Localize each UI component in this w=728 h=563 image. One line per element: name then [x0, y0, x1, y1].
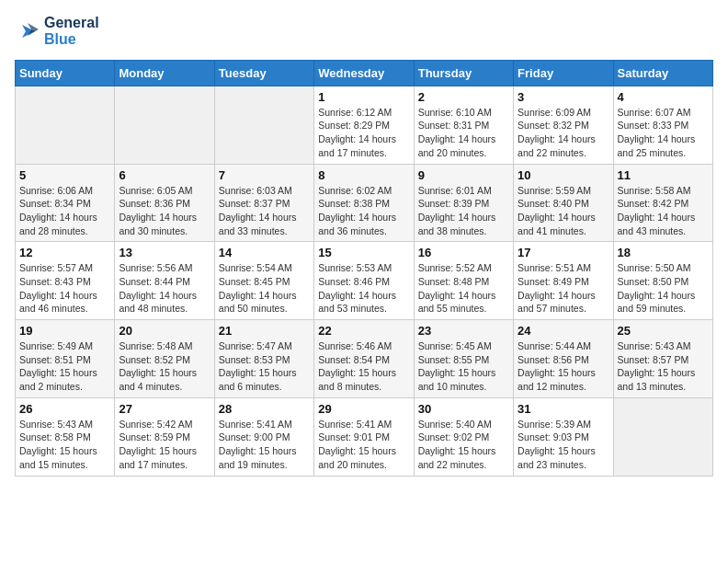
day-number: 6: [119, 168, 210, 182]
calendar-cell: [613, 397, 712, 476]
calendar-cell: 10Sunrise: 5:59 AM Sunset: 8:40 PM Dayli…: [514, 164, 613, 242]
header-monday: Monday: [115, 60, 214, 86]
header-sunday: Sunday: [16, 60, 115, 86]
day-number: 26: [19, 402, 110, 416]
calendar-cell: 25Sunrise: 5:43 AM Sunset: 8:57 PM Dayli…: [613, 320, 712, 398]
calendar-cell: 31Sunrise: 5:39 AM Sunset: 9:03 PM Dayli…: [514, 397, 613, 476]
week-row-0: 1Sunrise: 6:12 AM Sunset: 8:29 PM Daylig…: [16, 86, 713, 164]
calendar-cell: 22Sunrise: 5:46 AM Sunset: 8:54 PM Dayli…: [314, 320, 414, 398]
calendar-cell: 30Sunrise: 5:40 AM Sunset: 9:02 PM Dayli…: [414, 397, 513, 476]
day-info: Sunrise: 5:44 AM Sunset: 8:56 PM Dayligh…: [518, 339, 609, 394]
day-number: 5: [19, 168, 110, 182]
calendar-cell: 1Sunrise: 6:12 AM Sunset: 8:29 PM Daylig…: [314, 86, 414, 164]
day-number: 16: [418, 246, 509, 259]
calendar-cell: 14Sunrise: 5:54 AM Sunset: 8:45 PM Dayli…: [214, 242, 313, 320]
day-info: Sunrise: 6:12 AM Sunset: 8:29 PM Dayligh…: [318, 106, 409, 160]
day-number: 3: [518, 90, 609, 104]
day-number: 30: [418, 402, 509, 416]
day-number: 9: [418, 168, 509, 182]
day-info: Sunrise: 5:51 AM Sunset: 8:49 PM Dayligh…: [518, 261, 609, 316]
day-number: 31: [518, 402, 609, 416]
week-row-1: 5Sunrise: 6:06 AM Sunset: 8:34 PM Daylig…: [16, 164, 713, 242]
day-number: 10: [518, 168, 609, 182]
header-wednesday: Wednesday: [314, 60, 414, 86]
calendar-cell: 13Sunrise: 5:56 AM Sunset: 8:44 PM Dayli…: [115, 242, 214, 320]
day-number: 1: [318, 90, 409, 104]
calendar-cell: 29Sunrise: 5:41 AM Sunset: 9:01 PM Dayli…: [314, 397, 414, 476]
calendar-cell: [16, 86, 115, 164]
day-number: 28: [219, 402, 310, 416]
day-number: 20: [119, 324, 210, 338]
calendar-cell: 5Sunrise: 6:06 AM Sunset: 8:34 PM Daylig…: [16, 164, 115, 242]
calendar-header-row: SundayMondayTuesdayWednesdayThursdayFrid…: [16, 60, 713, 86]
day-info: Sunrise: 6:10 AM Sunset: 8:31 PM Dayligh…: [418, 106, 509, 160]
day-info: Sunrise: 5:58 AM Sunset: 8:42 PM Dayligh…: [618, 184, 709, 238]
calendar-cell: 8Sunrise: 6:02 AM Sunset: 8:38 PM Daylig…: [314, 164, 414, 242]
day-info: Sunrise: 5:47 AM Sunset: 8:53 PM Dayligh…: [219, 339, 310, 394]
page-header: General Blue: [15, 15, 713, 49]
calendar-cell: 17Sunrise: 5:51 AM Sunset: 8:49 PM Dayli…: [514, 242, 613, 320]
day-number: 13: [119, 246, 210, 259]
calendar-cell: 28Sunrise: 5:41 AM Sunset: 9:00 PM Dayli…: [214, 397, 313, 476]
logo-bird-icon: [15, 21, 40, 41]
day-info: Sunrise: 5:59 AM Sunset: 8:40 PM Dayligh…: [518, 184, 609, 238]
calendar-cell: 18Sunrise: 5:50 AM Sunset: 8:50 PM Dayli…: [613, 242, 712, 320]
header-tuesday: Tuesday: [214, 60, 313, 86]
day-info: Sunrise: 5:50 AM Sunset: 8:50 PM Dayligh…: [618, 261, 709, 316]
day-number: 14: [219, 246, 310, 259]
calendar-cell: 26Sunrise: 5:43 AM Sunset: 8:58 PM Dayli…: [16, 397, 115, 476]
calendar-cell: 21Sunrise: 5:47 AM Sunset: 8:53 PM Dayli…: [214, 320, 313, 398]
calendar-cell: 12Sunrise: 5:57 AM Sunset: 8:43 PM Dayli…: [16, 242, 115, 320]
calendar-cell: 7Sunrise: 6:03 AM Sunset: 8:37 PM Daylig…: [214, 164, 313, 242]
day-info: Sunrise: 6:06 AM Sunset: 8:34 PM Dayligh…: [19, 184, 110, 238]
calendar-cell: 16Sunrise: 5:52 AM Sunset: 8:48 PM Dayli…: [414, 242, 513, 320]
day-info: Sunrise: 5:48 AM Sunset: 8:52 PM Dayligh…: [119, 339, 210, 394]
week-row-3: 19Sunrise: 5:49 AM Sunset: 8:51 PM Dayli…: [16, 320, 713, 398]
calendar-cell: 11Sunrise: 5:58 AM Sunset: 8:42 PM Dayli…: [613, 164, 712, 242]
day-number: 7: [219, 168, 310, 182]
day-number: 25: [618, 324, 709, 338]
calendar-cell: [115, 86, 214, 164]
day-number: 29: [318, 402, 409, 416]
day-number: 8: [318, 168, 409, 182]
day-info: Sunrise: 5:43 AM Sunset: 8:58 PM Dayligh…: [19, 418, 110, 472]
day-info: Sunrise: 5:43 AM Sunset: 8:57 PM Dayligh…: [618, 339, 709, 394]
calendar-cell: 19Sunrise: 5:49 AM Sunset: 8:51 PM Dayli…: [16, 320, 115, 398]
logo: General Blue: [15, 15, 99, 49]
day-number: 19: [19, 324, 110, 338]
header-friday: Friday: [514, 60, 613, 86]
week-row-4: 26Sunrise: 5:43 AM Sunset: 8:58 PM Dayli…: [16, 397, 713, 476]
day-number: 17: [518, 246, 609, 259]
calendar-cell: 6Sunrise: 6:05 AM Sunset: 8:36 PM Daylig…: [115, 164, 214, 242]
day-number: 2: [418, 90, 509, 104]
calendar-table: SundayMondayTuesdayWednesdayThursdayFrid…: [15, 60, 713, 477]
day-info: Sunrise: 6:03 AM Sunset: 8:37 PM Dayligh…: [219, 184, 310, 238]
calendar-cell: 3Sunrise: 6:09 AM Sunset: 8:32 PM Daylig…: [514, 86, 613, 164]
day-number: 23: [418, 324, 509, 338]
logo-text-general: General: [44, 15, 99, 31]
day-info: Sunrise: 6:07 AM Sunset: 8:33 PM Dayligh…: [618, 106, 709, 160]
day-info: Sunrise: 6:01 AM Sunset: 8:39 PM Dayligh…: [418, 184, 509, 238]
day-info: Sunrise: 5:53 AM Sunset: 8:46 PM Dayligh…: [318, 261, 409, 316]
header-thursday: Thursday: [414, 60, 513, 86]
calendar-cell: 15Sunrise: 5:53 AM Sunset: 8:46 PM Dayli…: [314, 242, 414, 320]
day-info: Sunrise: 5:41 AM Sunset: 9:01 PM Dayligh…: [318, 418, 409, 472]
day-info: Sunrise: 6:09 AM Sunset: 8:32 PM Dayligh…: [518, 106, 609, 160]
day-info: Sunrise: 5:56 AM Sunset: 8:44 PM Dayligh…: [119, 261, 210, 316]
day-number: 4: [618, 90, 709, 104]
calendar-cell: 2Sunrise: 6:10 AM Sunset: 8:31 PM Daylig…: [414, 86, 513, 164]
day-info: Sunrise: 5:45 AM Sunset: 8:55 PM Dayligh…: [418, 339, 509, 394]
day-info: Sunrise: 6:05 AM Sunset: 8:36 PM Dayligh…: [119, 184, 210, 238]
day-info: Sunrise: 6:02 AM Sunset: 8:38 PM Dayligh…: [318, 184, 409, 238]
day-info: Sunrise: 5:39 AM Sunset: 9:03 PM Dayligh…: [518, 418, 609, 472]
day-number: 21: [219, 324, 310, 338]
calendar-cell: [214, 86, 313, 164]
day-number: 24: [518, 324, 609, 338]
day-info: Sunrise: 5:57 AM Sunset: 8:43 PM Dayligh…: [19, 261, 110, 316]
calendar-cell: 9Sunrise: 6:01 AM Sunset: 8:39 PM Daylig…: [414, 164, 513, 242]
day-number: 27: [119, 402, 210, 416]
week-row-2: 12Sunrise: 5:57 AM Sunset: 8:43 PM Dayli…: [16, 242, 713, 320]
header-saturday: Saturday: [613, 60, 712, 86]
calendar-cell: 24Sunrise: 5:44 AM Sunset: 8:56 PM Dayli…: [514, 320, 613, 398]
calendar-cell: 20Sunrise: 5:48 AM Sunset: 8:52 PM Dayli…: [115, 320, 214, 398]
